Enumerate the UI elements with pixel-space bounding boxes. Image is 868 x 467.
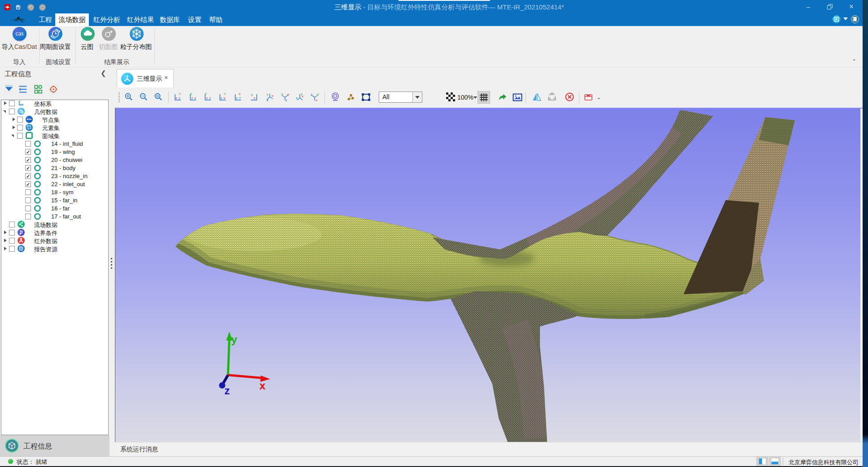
svg-text:z: z [236,96,237,100]
svg-text:x: x [316,98,317,102]
svg-text:z: z [179,96,180,100]
svg-text:x: x [239,92,241,96]
svg-text:Y: Y [239,96,241,100]
svg-text:z: z [251,93,253,97]
svg-text:x: x [22,103,23,105]
svg-text:Y: Y [224,92,226,96]
svg-text:z: z [311,92,312,96]
svg-text:Y: Y [317,92,320,96]
svg-text:Y: Y [281,92,284,96]
svg-text:z: z [267,98,268,102]
svg-text:Y: Y [205,92,207,96]
svg-text:x: x [272,94,273,98]
svg-text:Y: Y [190,92,193,96]
svg-text:x: x [206,96,208,100]
svg-text:z: z [285,98,287,102]
svg-text:Y: Y [266,93,269,97]
svg-text:x: x [302,94,303,98]
svg-text:z: z [296,96,298,100]
svg-text:y: y [231,333,237,345]
svg-text:x: x [259,380,266,392]
svg-text:x: x [224,96,225,100]
svg-text:x: x [175,96,177,100]
svg-text:x: x [194,96,196,100]
svg-text:z: z [20,103,21,105]
svg-text:z: z [224,384,230,397]
svg-text:Y: Y [179,92,181,96]
svg-text:x: x [254,96,255,100]
svg-text:z: z [209,96,211,100]
svg-text:z: z [191,96,193,100]
svg-text:z: z [220,96,222,100]
svg-text:x: x [287,92,289,96]
svg-text:Y: Y [20,100,22,101]
